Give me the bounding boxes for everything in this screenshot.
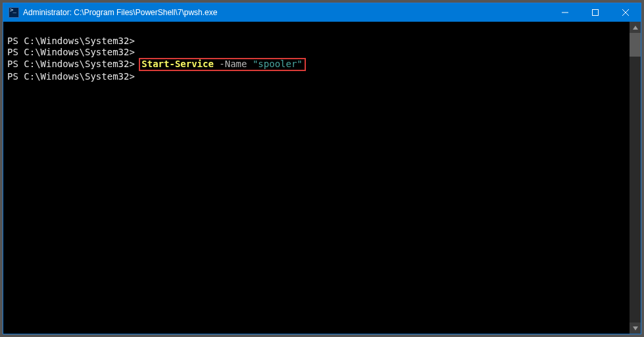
svg-marker-5 — [633, 326, 638, 330]
scroll-down-button[interactable] — [630, 323, 641, 334]
client-area: PS C:\Windows\System32> PS C:\Windows\Sy… — [3, 22, 641, 334]
prompt: PS C:\Windows\System32> — [7, 71, 135, 82]
prompt: PS C:\Windows\System32> — [7, 36, 135, 46]
minimize-icon — [562, 9, 568, 16]
svg-rect-1 — [593, 10, 599, 16]
cmdlet: Start-Service — [141, 59, 214, 69]
app-icon — [9, 7, 19, 18]
prompt: PS C:\Windows\System32> — [7, 47, 135, 57]
close-icon — [622, 9, 629, 16]
argument-string: "spooler" — [253, 59, 303, 69]
window-title: Administrator: C:\Program Files\PowerShe… — [23, 8, 550, 17]
scroll-thumb[interactable] — [630, 33, 641, 57]
titlebar[interactable]: Administrator: C:\Program Files\PowerShe… — [3, 3, 641, 22]
terminal[interactable]: PS C:\Windows\System32> PS C:\Windows\Sy… — [3, 22, 630, 334]
vertical-scrollbar[interactable] — [630, 22, 641, 334]
prompt: PS C:\Windows\System32> — [7, 59, 135, 69]
command-highlight: Start-Service -Name "spooler" — [139, 58, 305, 71]
chevron-up-icon — [633, 26, 638, 30]
svg-marker-4 — [633, 26, 638, 30]
close-button[interactable] — [610, 3, 641, 22]
scroll-track[interactable] — [630, 33, 641, 323]
parameter: -Name — [219, 59, 247, 69]
maximize-icon — [592, 9, 599, 16]
scroll-up-button[interactable] — [630, 22, 641, 33]
window-controls — [550, 3, 641, 22]
powershell-window: Administrator: C:\Program Files\PowerShe… — [3, 3, 641, 334]
chevron-down-icon — [633, 326, 638, 330]
minimize-button[interactable] — [550, 3, 580, 22]
maximize-button[interactable] — [580, 3, 610, 22]
